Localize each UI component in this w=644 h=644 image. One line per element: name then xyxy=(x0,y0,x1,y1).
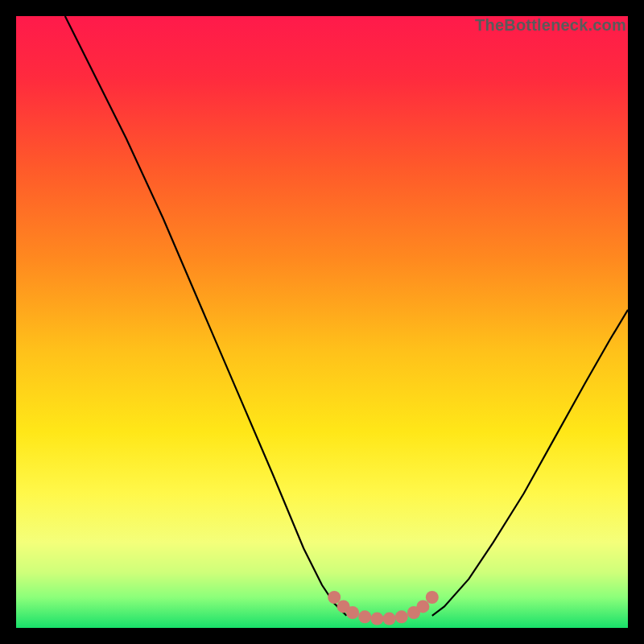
min-band-marker xyxy=(346,606,359,619)
min-band-marker xyxy=(383,613,396,625)
bottleneck-chart xyxy=(16,16,628,628)
min-band-marker xyxy=(328,591,341,604)
chart-frame: TheBottleneck.com xyxy=(16,16,628,628)
watermark-text: TheBottleneck.com xyxy=(475,16,626,35)
min-band-marker xyxy=(358,610,371,623)
min-band-marker xyxy=(370,613,383,625)
min-band-marker xyxy=(416,600,429,613)
min-band-marker xyxy=(395,610,408,623)
chart-background-gradient xyxy=(16,16,628,628)
min-band-marker xyxy=(426,591,439,604)
